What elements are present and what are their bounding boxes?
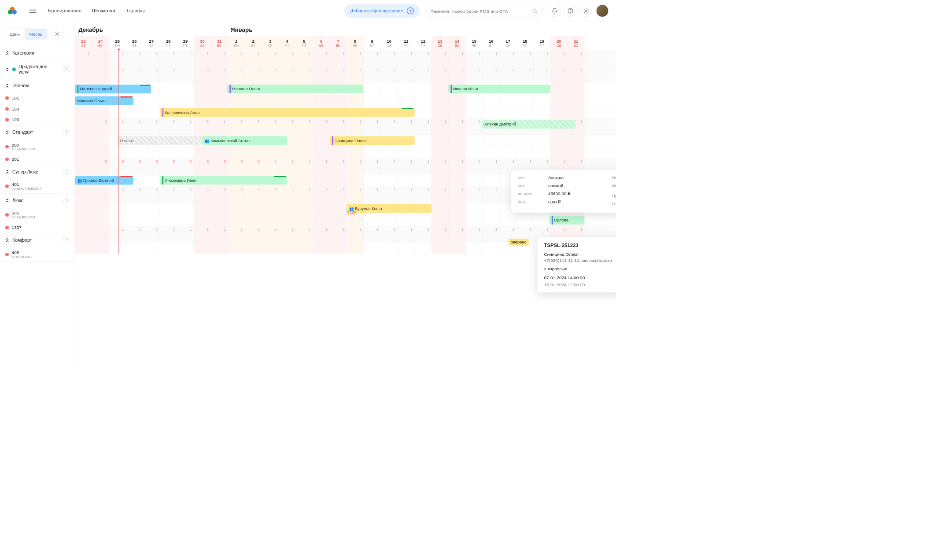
grid-cell[interactable]: 2 — [296, 186, 313, 203]
grid-cell[interactable] — [92, 214, 109, 226]
booking-block[interactable]: Малевич Андрей3820 — [75, 85, 151, 93]
grid-cell[interactable]: 1 — [211, 118, 228, 135]
day-header[interactable]: 20СБ — [550, 36, 568, 50]
grid-cell[interactable] — [432, 107, 449, 118]
grid-cell[interactable] — [194, 203, 211, 214]
search-box[interactable] — [425, 5, 542, 17]
grid-cell[interactable] — [330, 243, 347, 254]
grid-cell[interactable] — [364, 243, 381, 254]
grid-cell[interactable]: 1 — [483, 158, 500, 174]
grid-cell[interactable] — [75, 158, 92, 174]
grid-cell[interactable]: 3 — [381, 67, 398, 83]
grid-cell[interactable] — [228, 243, 245, 254]
avatar[interactable] — [596, 4, 609, 17]
room-item[interactable]: 103 — [0, 114, 75, 125]
grid-cell[interactable] — [364, 95, 381, 106]
grid-cell[interactable]: 1 — [550, 50, 568, 66]
grid-cell[interactable] — [550, 83, 568, 95]
grid-cell[interactable] — [296, 135, 313, 146]
grid-cell[interactable] — [228, 214, 245, 226]
booking-block[interactable]: Мишина Ольга57940 — [75, 96, 133, 105]
menu-icon[interactable] — [30, 7, 37, 15]
grid-cell[interactable] — [483, 203, 500, 214]
grid-cell[interactable]: 2 — [143, 186, 160, 203]
grid-cell[interactable]: 1 — [432, 50, 449, 66]
grid-cell[interactable]: 2 — [415, 67, 432, 83]
grid-cell[interactable] — [381, 243, 398, 254]
grid-cell[interactable] — [177, 147, 194, 158]
grid-cell[interactable] — [465, 135, 483, 146]
grid-cell[interactable]: 1 — [245, 226, 262, 242]
grid-cell[interactable]: 1 — [381, 158, 398, 174]
grid-cell[interactable] — [194, 214, 211, 226]
grid-cell[interactable] — [160, 203, 177, 214]
grid-cell[interactable]: 3 — [568, 67, 585, 83]
grid-cell[interactable] — [534, 95, 551, 106]
grid-cell[interactable]: 3 — [160, 67, 177, 83]
grid-cell[interactable]: 2 — [499, 67, 516, 83]
day-header[interactable]: 14ВС — [449, 36, 466, 50]
grid-cell[interactable] — [143, 95, 160, 106]
grid-cell[interactable] — [143, 174, 160, 186]
day-header[interactable]: 9ВТ — [364, 36, 381, 50]
grid-cell[interactable] — [483, 214, 500, 226]
search-input[interactable] — [431, 8, 532, 13]
grid-cell[interactable]: 1 — [279, 158, 296, 174]
grid-cell[interactable]: 2 — [364, 67, 381, 83]
day-header[interactable]: 12ПТ — [415, 36, 432, 50]
grid-cell[interactable] — [568, 147, 585, 158]
grid-cell[interactable]: 0 — [109, 158, 126, 174]
grid-cell[interactable] — [262, 95, 279, 106]
grid-cell[interactable]: 1 — [177, 50, 194, 66]
day-header[interactable]: 27СР — [143, 36, 160, 50]
grid-cell[interactable]: 1 — [449, 226, 466, 242]
grid-cell[interactable] — [499, 135, 516, 146]
day-header[interactable]: 17СР — [499, 36, 516, 50]
grid-cell[interactable] — [92, 203, 109, 214]
grid-cell[interactable] — [92, 226, 109, 242]
grid-cell[interactable] — [432, 83, 449, 95]
grid-cell[interactable] — [516, 107, 534, 118]
grid-cell[interactable]: 1 — [126, 67, 143, 83]
grid-cell[interactable] — [279, 214, 296, 226]
day-header[interactable]: 6СБ — [313, 36, 330, 50]
day-header[interactable]: 24ВС — [92, 36, 109, 50]
grid-cell[interactable] — [143, 107, 160, 118]
grid-cell[interactable]: 1 — [279, 226, 296, 242]
grid-cell[interactable]: 2 — [160, 186, 177, 203]
grid-cell[interactable] — [92, 186, 109, 203]
room-item[interactable]: 1337 — [0, 222, 75, 233]
grid-cell[interactable]: 2 — [279, 186, 296, 203]
grid-cell[interactable]: 2 — [109, 67, 126, 83]
grid-cell[interactable] — [143, 203, 160, 214]
grid-cell[interactable] — [194, 95, 211, 106]
grid-cell[interactable]: 1 — [398, 186, 415, 203]
grid-cell[interactable] — [483, 174, 500, 186]
grid-cell[interactable] — [347, 174, 364, 186]
day-header[interactable]: 16ВТ — [483, 36, 500, 50]
day-button[interactable]: День — [5, 29, 24, 40]
grid-cell[interactable]: 1 — [398, 50, 415, 66]
grid-cell[interactable] — [449, 243, 466, 254]
grid-cell[interactable] — [177, 214, 194, 226]
grid-cell[interactable] — [483, 107, 500, 118]
grid-cell[interactable]: 1 — [109, 118, 126, 135]
grid-cell[interactable] — [330, 95, 347, 106]
grid-cell[interactable] — [92, 67, 109, 83]
grid-cell[interactable]: 1 — [465, 118, 483, 135]
day-header[interactable]: 11ЧТ — [398, 36, 415, 50]
grid-cell[interactable] — [449, 135, 466, 146]
grid-cell[interactable] — [211, 214, 228, 226]
grid-cell[interactable]: 1 — [330, 158, 347, 174]
grid-cell[interactable] — [499, 95, 516, 106]
grid-cell[interactable] — [465, 214, 483, 226]
grid-cell[interactable] — [398, 243, 415, 254]
day-header[interactable]: 28ЧТ — [160, 36, 177, 50]
grid-cell[interactable] — [211, 243, 228, 254]
services-header[interactable]: Продажа доп. услуг ? — [0, 60, 75, 79]
grid-cell[interactable]: 1 — [347, 226, 364, 242]
grid-cell[interactable] — [516, 135, 534, 146]
grid-cell[interactable]: 1 — [296, 158, 313, 174]
grid-cell[interactable] — [75, 107, 92, 118]
grid-cell[interactable] — [313, 95, 330, 106]
